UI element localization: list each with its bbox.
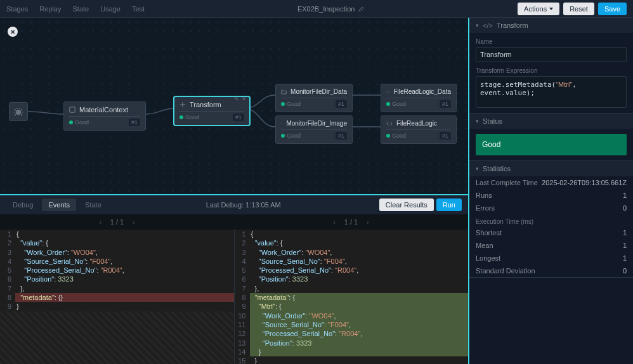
title-text: EX02B_Inspection bbox=[297, 5, 355, 13]
statistics-section-head[interactable]: ▾Statistics bbox=[469, 161, 633, 176]
node-monitor-data[interactable]: MonitorFileDir_Data Good#1 bbox=[275, 84, 353, 112]
svg-point-0 bbox=[16, 110, 21, 115]
pipeline-canvas[interactable]: ✕ MaterialContext Good#1 ✎✕ Transform Go… bbox=[0, 18, 468, 195]
name-label: Name bbox=[476, 38, 627, 45]
node-monitor-image[interactable]: MonitorFileDir_Image Good#1 bbox=[275, 115, 353, 144]
debug-panel: Debug Events State Last Debug: 1:13:05 A… bbox=[0, 195, 468, 364]
exec-time-head: Execution Time (ms) bbox=[469, 214, 633, 226]
tab-usage[interactable]: Usage bbox=[100, 5, 121, 13]
debug-tab-debug[interactable]: Debug bbox=[6, 198, 39, 211]
transform-icon bbox=[179, 101, 186, 108]
code-pane-before[interactable]: 1{2 "value": {3 "Work_Order": "WO04",4 "… bbox=[0, 230, 234, 364]
caret-down-icon bbox=[549, 8, 553, 10]
node-read-data[interactable]: FileReadLogic_Data Good#1 bbox=[381, 84, 457, 112]
pager-left-prev[interactable]: ‹ bbox=[99, 218, 101, 226]
pager-row: ‹1 / 1› ‹1 / 1› bbox=[0, 214, 468, 230]
stat-errors-value: 0 bbox=[623, 204, 627, 212]
topbar-tabs: Stages Replay State Usage Test bbox=[6, 5, 145, 13]
folder-icon bbox=[281, 89, 287, 95]
tab-test[interactable]: Test bbox=[132, 5, 145, 13]
code-diff: 1{2 "value": {3 "Work_Order": "WO04",4 "… bbox=[0, 230, 468, 364]
close-icon[interactable]: ✕ bbox=[8, 27, 18, 37]
stat-runs-label: Runs bbox=[476, 192, 492, 199]
pager-right-count: 1 / 1 bbox=[344, 218, 358, 226]
transform-section-head[interactable]: ▾</>Transform bbox=[469, 18, 633, 33]
code-icon bbox=[386, 89, 389, 95]
debug-tabs-row: Debug Events State Last Debug: 1:13:05 A… bbox=[0, 195, 468, 214]
reset-button[interactable]: Reset bbox=[563, 3, 594, 15]
run-button[interactable]: Run bbox=[436, 198, 462, 211]
debug-start-node[interactable] bbox=[9, 102, 28, 121]
page-title: EX02B_Inspection bbox=[145, 5, 518, 13]
chevron-down-icon: ▾ bbox=[476, 166, 479, 172]
folder-icon bbox=[281, 120, 282, 127]
stat-mean-value: 1 bbox=[623, 242, 627, 249]
pager-left-next[interactable]: › bbox=[133, 218, 135, 226]
stat-longest-value: 1 bbox=[623, 254, 627, 262]
chevron-down-icon: ▾ bbox=[476, 22, 479, 29]
chevron-down-icon: ▾ bbox=[476, 118, 479, 124]
debug-tab-state[interactable]: State bbox=[79, 198, 108, 211]
topbar-actions: Actions Reset Save bbox=[518, 3, 627, 15]
stat-stddev-label: Standard Deviation bbox=[476, 267, 535, 275]
stat-shortest-value: 1 bbox=[623, 229, 627, 237]
context-icon bbox=[69, 107, 75, 113]
stat-mean-label: Mean bbox=[476, 242, 493, 249]
debug-tab-events[interactable]: Events bbox=[42, 198, 76, 211]
expression-label: Transform Expression bbox=[476, 67, 627, 74]
stat-longest-label: Longest bbox=[476, 254, 500, 262]
tab-state[interactable]: State bbox=[73, 5, 89, 13]
clear-results-button[interactable]: Clear Results bbox=[379, 198, 434, 211]
save-button[interactable]: Save bbox=[598, 3, 627, 15]
node-transform[interactable]: ✎✕ Transform Good#1 bbox=[174, 96, 250, 126]
expression-textarea[interactable]: stage.setMetadata("Mtrl", event.value); bbox=[476, 76, 627, 108]
stat-errors-label: Errors bbox=[476, 204, 495, 212]
code-icon: </> bbox=[483, 22, 493, 29]
stat-last-complete-label: Last Complete Time bbox=[476, 179, 538, 186]
stat-runs-value: 1 bbox=[623, 192, 627, 199]
status-section-head[interactable]: ▾Status bbox=[469, 114, 633, 129]
tab-stages[interactable]: Stages bbox=[6, 5, 28, 13]
node-close-icon[interactable]: ✕ bbox=[242, 96, 247, 102]
stat-shortest-label: Shortest bbox=[476, 229, 502, 237]
name-input[interactable] bbox=[476, 47, 627, 62]
pager-left-count: 1 / 1 bbox=[110, 218, 124, 226]
node-materialcontext[interactable]: MaterialContext Good#1 bbox=[63, 101, 146, 131]
node-read-logic[interactable]: FileReadLogic Good#1 bbox=[381, 115, 457, 144]
top-bar: Stages Replay State Usage Test EX02B_Ins… bbox=[0, 0, 633, 18]
properties-sidebar: ▾</>Transform Name Transform Expression … bbox=[469, 18, 633, 364]
last-debug-label: Last Debug: 1:13:05 AM bbox=[110, 201, 377, 209]
svg-rect-1 bbox=[70, 107, 75, 112]
stat-last-complete-value: 2025-02-26T09:13:05.661Z bbox=[542, 179, 627, 186]
edit-icon[interactable] bbox=[358, 6, 365, 12]
pager-right-prev[interactable]: ‹ bbox=[333, 218, 336, 226]
pager-right-next[interactable]: › bbox=[367, 218, 369, 226]
actions-button[interactable]: Actions bbox=[518, 3, 559, 15]
tab-replay[interactable]: Replay bbox=[39, 5, 61, 13]
bug-icon bbox=[13, 107, 23, 117]
code-pane-after[interactable]: 1{2 "value": {3 "Work_Order": "WO04",4 "… bbox=[234, 230, 469, 364]
node-edit-icon[interactable]: ✎ bbox=[234, 96, 239, 102]
stat-stddev-value: 0 bbox=[623, 267, 627, 275]
status-badge: Good bbox=[476, 134, 627, 155]
code-icon bbox=[386, 120, 393, 127]
